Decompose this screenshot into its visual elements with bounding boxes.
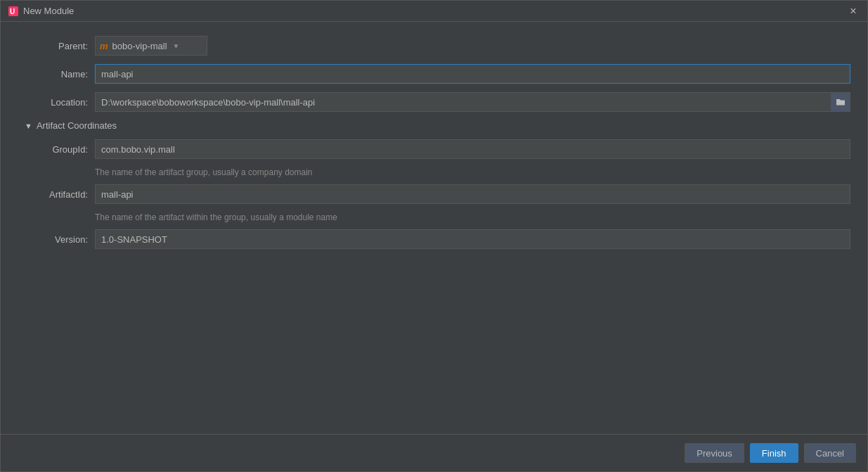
name-row: Name:: [18, 64, 850, 84]
dialog-title: New Module: [23, 6, 846, 16]
cancel-button[interactable]: Cancel: [804, 443, 856, 463]
parent-label: Parent:: [18, 41, 95, 51]
location-label: Location:: [18, 97, 95, 108]
intellij-icon: U: [8, 6, 19, 17]
artifact-fields: GroupId: The name of the artifact group,…: [18, 139, 850, 249]
parent-value: bobo-vip-mall: [112, 41, 167, 51]
version-input[interactable]: [95, 229, 850, 249]
artifactid-label: ArtifactId:: [18, 189, 95, 200]
dialog-footer: Previous Finish Cancel: [1, 434, 867, 471]
version-label: Version:: [18, 234, 95, 245]
groupid-row: GroupId:: [18, 139, 850, 159]
artifactid-input[interactable]: [95, 184, 850, 204]
maven-icon: m: [100, 41, 108, 51]
location-row: Location:: [18, 92, 850, 112]
chevron-down-icon: ▼: [173, 42, 180, 50]
title-bar: U New Module ×: [1, 1, 867, 22]
new-module-dialog: U New Module × Parent: m bobo-vip-mall ▼…: [0, 0, 868, 472]
name-input[interactable]: [95, 64, 850, 84]
location-wrapper: [95, 92, 850, 112]
dialog-content: Parent: m bobo-vip-mall ▼ Name: Location…: [1, 22, 867, 434]
browse-folder-button[interactable]: [831, 92, 850, 112]
close-button[interactable]: ×: [846, 4, 860, 18]
parent-row: Parent: m bobo-vip-mall ▼: [18, 36, 850, 56]
parent-dropdown[interactable]: m bobo-vip-mall ▼: [95, 36, 207, 56]
groupid-hint: The name of the artifact group, usually …: [95, 167, 850, 177]
groupid-input[interactable]: [95, 139, 850, 159]
previous-button[interactable]: Previous: [685, 443, 744, 463]
artifact-section: ▼ Artifact Coordinates GroupId: The name…: [18, 120, 850, 249]
artifactid-hint: The name of the artifact within the grou…: [95, 212, 850, 222]
name-label: Name:: [18, 69, 95, 79]
groupid-label: GroupId:: [18, 144, 95, 155]
svg-text:U: U: [10, 8, 15, 15]
version-row: Version:: [18, 229, 850, 249]
collapse-toggle-icon[interactable]: ▼: [25, 122, 32, 130]
artifact-header: ▼ Artifact Coordinates: [18, 120, 850, 131]
location-input[interactable]: [95, 92, 850, 112]
artifact-section-title: Artifact Coordinates: [37, 120, 117, 131]
finish-button[interactable]: Finish: [750, 443, 798, 463]
artifactid-row: ArtifactId:: [18, 184, 850, 204]
